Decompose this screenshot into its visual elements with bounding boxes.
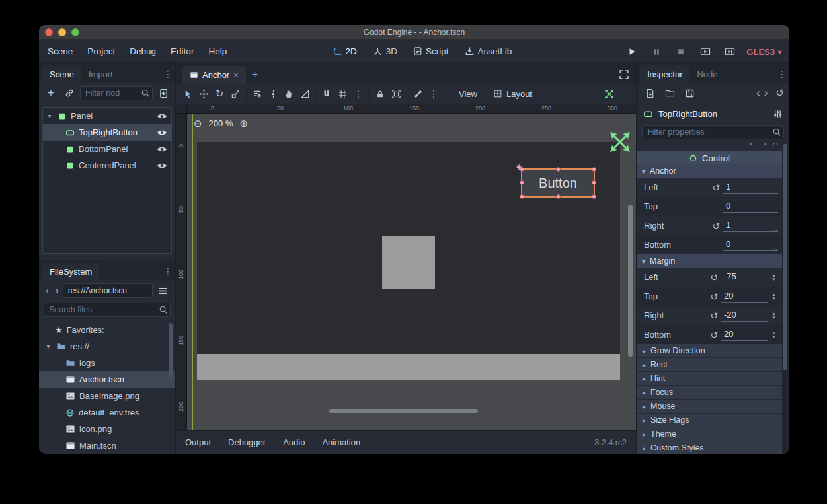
revert-icon[interactable]: ↺ xyxy=(709,221,723,231)
history-back-icon[interactable]: ‹ xyxy=(756,87,760,100)
anchor-top-field[interactable]: 0‥ xyxy=(723,201,778,213)
tab-node[interactable]: Node xyxy=(689,65,725,83)
instance-scene-button[interactable] xyxy=(61,85,77,101)
scale-tool-button[interactable] xyxy=(227,86,243,102)
tree-row-panel[interactable]: ▾ Panel xyxy=(43,108,171,124)
section-anchor[interactable]: ▾ Anchor xyxy=(637,164,782,178)
workspace-assetlib-button[interactable]: AssetLib xyxy=(464,46,512,56)
scene-dock-menu-icon[interactable]: ⋮ xyxy=(161,69,175,79)
new-resource-button[interactable] xyxy=(642,85,658,101)
centered-panel-node[interactable] xyxy=(382,236,435,289)
tab-import[interactable]: Import xyxy=(81,65,120,83)
move-tool-button[interactable] xyxy=(196,86,212,102)
inspector-scrollbar-thumb[interactable] xyxy=(783,144,787,370)
spinner-icon[interactable]: ▲▼ xyxy=(769,312,778,319)
output-button[interactable]: Output xyxy=(185,437,211,447)
section-size-flags[interactable]: ▸Size Flags xyxy=(637,414,782,427)
menu-editor[interactable]: Editor xyxy=(163,46,201,56)
new-tab-button[interactable]: + xyxy=(246,69,264,84)
filesystem-display-mode-button[interactable] xyxy=(155,283,171,299)
revert-icon[interactable]: ↺ xyxy=(707,272,721,283)
fs-row-favorites[interactable]: ★ Favorites: xyxy=(39,322,175,338)
section-rect[interactable]: ▸Rect xyxy=(637,358,782,372)
margin-bottom-field[interactable]: 20 xyxy=(721,329,768,341)
anchor-preset-button[interactable] xyxy=(604,89,615,100)
skeleton-options-menu-icon[interactable]: ⋮ xyxy=(426,86,442,102)
selection-handle[interactable] xyxy=(556,167,561,172)
revert-icon[interactable]: ↺ xyxy=(707,291,721,302)
spinner-icon[interactable]: ▲▼ xyxy=(769,331,778,338)
tree-row-centeredpanel[interactable]: CenteredPanel xyxy=(43,157,171,174)
lock-object-button[interactable] xyxy=(372,86,388,102)
attach-script-button[interactable] xyxy=(155,85,171,101)
fs-row-main-tscn[interactable]: Main.tscn xyxy=(39,437,175,454)
add-node-button[interactable]: + xyxy=(43,85,59,101)
filesystem-scrollbar[interactable] xyxy=(169,323,173,377)
snap-options-menu-icon[interactable]: ⋮ xyxy=(350,86,366,102)
vertical-scrollbar[interactable] xyxy=(628,205,633,357)
horizontal-scrollbar[interactable] xyxy=(329,409,478,413)
inspector-menu-icon[interactable]: ⋮ xyxy=(775,69,789,79)
object-history-icon[interactable]: ↺ xyxy=(775,87,784,99)
extra-tools-button[interactable] xyxy=(773,109,783,119)
section-hint[interactable]: ▸Hint xyxy=(637,372,782,386)
section-focus[interactable]: ▸Focus xyxy=(637,386,782,400)
pause-button[interactable] xyxy=(649,44,664,59)
selection-handle[interactable] xyxy=(592,194,596,199)
button-node[interactable]: Button + xyxy=(521,168,595,198)
zoom-window-button[interactable] xyxy=(71,28,79,36)
renderer-dropdown[interactable]: GLES3 ▾ xyxy=(746,47,781,57)
view-menu-button[interactable]: View xyxy=(459,89,477,99)
menu-scene[interactable]: Scene xyxy=(40,46,80,56)
control-class-header[interactable]: Control xyxy=(637,151,782,164)
layout-menu-button[interactable]: Layout xyxy=(493,89,532,99)
current-path-field[interactable] xyxy=(63,283,153,298)
bottom-panel-node[interactable] xyxy=(197,354,620,380)
section-mouse[interactable]: ▸Mouse xyxy=(637,400,782,414)
select-tool-button[interactable] xyxy=(180,86,196,102)
section-margin[interactable]: ▾ Margin xyxy=(637,254,782,268)
material-value[interactable]: [empty] xyxy=(750,143,778,145)
margin-left-field[interactable]: -75 xyxy=(721,271,768,283)
animation-button[interactable]: Animation xyxy=(322,437,360,447)
section-grow-direction[interactable]: ▸Grow Direction xyxy=(637,344,782,358)
ruler-tool-button[interactable] xyxy=(297,86,313,102)
revert-icon[interactable]: ↺ xyxy=(707,330,721,340)
visibility-eye-icon[interactable] xyxy=(157,129,167,137)
spinner-icon[interactable]: ▲▼ xyxy=(769,293,778,300)
anchor-gizmo[interactable] xyxy=(608,129,633,155)
workspace-2d-button[interactable]: 2D xyxy=(332,46,356,56)
inspector-scrollbar-track[interactable] xyxy=(782,143,788,454)
selection-handle[interactable] xyxy=(592,167,596,172)
nav-forward-icon[interactable]: › xyxy=(53,285,60,297)
tree-row-toprightbutton[interactable]: TopRightButton xyxy=(43,124,171,141)
scene-root-panel[interactable]: Button + xyxy=(197,142,620,380)
tab-inspector[interactable]: Inspector xyxy=(640,65,689,83)
stop-button[interactable] xyxy=(673,44,689,59)
play-scene-button[interactable] xyxy=(697,44,713,59)
play-custom-scene-button[interactable] xyxy=(722,44,738,59)
visibility-eye-icon[interactable] xyxy=(157,162,167,170)
tab-anchor-scene[interactable]: Anchor × xyxy=(182,66,246,84)
tab-scene[interactable]: Scene xyxy=(42,65,81,83)
skeleton-button[interactable] xyxy=(410,86,426,102)
selection-handle[interactable] xyxy=(520,180,524,185)
fs-row-anchor-tscn[interactable]: Anchor.tscn xyxy=(39,371,175,388)
collapse-arrow-icon[interactable]: ▾ xyxy=(44,343,52,350)
fs-row-icon-png[interactable]: icon.png xyxy=(39,421,175,437)
selection-handle[interactable] xyxy=(520,194,524,199)
menu-debug[interactable]: Debug xyxy=(122,46,163,56)
workspace-3d-button[interactable]: 3D xyxy=(373,46,397,56)
search-files-input[interactable] xyxy=(44,303,171,317)
grid-snap-button[interactable] xyxy=(335,86,350,102)
tree-row-bottompanel[interactable]: BottomPanel xyxy=(43,141,171,157)
pan-tool-button[interactable] xyxy=(281,86,297,102)
history-forward-icon[interactable]: › xyxy=(764,87,768,100)
minimize-window-button[interactable] xyxy=(58,28,66,36)
play-button[interactable] xyxy=(624,44,640,59)
filesystem-menu-icon[interactable]: ⋮ xyxy=(161,267,175,276)
workspace-script-button[interactable]: Script xyxy=(413,46,449,56)
visibility-eye-icon[interactable] xyxy=(157,112,167,120)
load-resource-button[interactable] xyxy=(662,85,678,101)
fs-row-logs[interactable]: logs xyxy=(39,355,175,371)
